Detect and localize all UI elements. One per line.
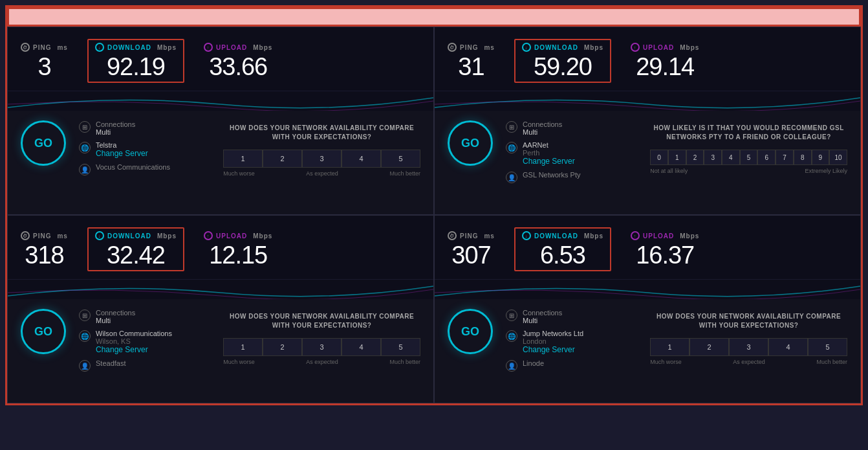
nps-option[interactable]: 7 — [776, 150, 794, 165]
connections-row: ⊞ Connections Multi — [79, 309, 210, 324]
change-server-link[interactable]: Change Server — [523, 345, 583, 354]
rating-option[interactable]: 4 — [768, 338, 808, 356]
connections-value: Multi — [96, 128, 135, 136]
nps-option[interactable]: 4 — [722, 150, 740, 165]
panels-grid: ⏱ PING ms 3 ↓ DOWNLOAD Mbps 92.19 — [7, 27, 861, 403]
isp-value: Wilson Communications — [96, 330, 172, 337]
isp-row: 🌐 Jump Networks Ltd London Change Server — [506, 330, 637, 354]
download-icon: ↓ — [522, 231, 531, 240]
rating-option[interactable]: 1 — [223, 150, 263, 168]
ping-label-text: PING — [33, 44, 51, 51]
ping-value: 31 — [458, 54, 484, 79]
nps-option[interactable]: 1 — [668, 150, 686, 165]
host-row: 👤 GSL Networks Pty — [506, 171, 637, 183]
connections-value: Multi — [523, 317, 562, 324]
upload-block: ↑ UPLOAD Mbps 12.15 — [204, 231, 272, 267]
info-section: GO ⊞ Connections Multi 🌐 Telstra — [8, 111, 433, 214]
server-info: ⊞ Connections Multi 🌐 Telstra Change Ser… — [79, 120, 210, 175]
upload-unit: Mbps — [680, 44, 699, 51]
download-label-text: DOWNLOAD — [534, 232, 578, 240]
speed-section: ⏱ PING ms 3 ↓ DOWNLOAD Mbps 92.19 — [8, 27, 433, 91]
user-icon: 👤 — [79, 360, 91, 372]
ping-label-text: PING — [33, 232, 51, 240]
change-server-link[interactable]: Change Server — [96, 149, 148, 158]
rating-option[interactable]: 1 — [650, 338, 689, 356]
ping-unit: ms — [484, 232, 494, 240]
rating-option[interactable]: 3 — [302, 338, 342, 356]
nps-option[interactable]: 8 — [794, 150, 812, 165]
rating-option[interactable]: 4 — [342, 338, 381, 356]
change-server-link[interactable]: Change Server — [523, 157, 575, 166]
speed-section: ⏱ PING ms 31 ↓ DOWNLOAD Mbps 59.20 — [435, 27, 860, 91]
upload-icon: ↑ — [631, 43, 640, 52]
scale-labels: Much worse As expected Much better — [223, 170, 420, 177]
nps-option[interactable]: 2 — [686, 150, 704, 165]
scale-labels: Much worse As expected Much better — [650, 359, 847, 365]
rating-option[interactable]: 2 — [689, 338, 729, 356]
rating-option[interactable]: 5 — [808, 338, 847, 356]
ping-icon: ⏱ — [448, 43, 457, 52]
rating-option[interactable]: 1 — [223, 338, 263, 356]
download-icon: ↓ — [522, 43, 531, 52]
nps-scale-labels: Not at all likely Extremely Likely — [650, 168, 847, 174]
scale-middle-label: As expected — [733, 359, 765, 365]
nps-option[interactable]: 10 — [829, 150, 847, 165]
upload-label-text: UPLOAD — [216, 44, 247, 51]
nps-option[interactable]: 5 — [740, 150, 758, 165]
connections-icon: ⊞ — [79, 121, 91, 133]
go-button[interactable]: GO — [21, 120, 66, 166]
scale-right-label: Much better — [389, 170, 420, 177]
rating-option[interactable]: 5 — [381, 338, 420, 356]
upload-value: 33.66 — [209, 54, 267, 79]
survey-question: HOW LIKELY IS IT THAT YOU WOULD RECOMMEN… — [650, 124, 847, 142]
curve-decoration — [8, 91, 433, 111]
rating-scale: 12345 — [223, 338, 420, 356]
connections-label: Connections — [96, 309, 135, 317]
host-content: Linode — [523, 359, 544, 367]
go-button[interactable]: GO — [448, 309, 493, 354]
go-button[interactable]: GO — [21, 309, 66, 354]
upload-label-text: UPLOAD — [643, 232, 674, 240]
rating-option[interactable]: 3 — [302, 150, 342, 168]
connections-row: ⊞ Connections Multi — [506, 120, 637, 136]
rating-option[interactable]: 2 — [263, 338, 302, 356]
nps-option[interactable]: 0 — [650, 150, 668, 165]
ping-icon: ⏱ — [21, 231, 30, 240]
survey-section: HOW LIKELY IS IT THAT YOU WOULD RECOMMEN… — [650, 120, 847, 177]
ping-icon: ⏱ — [448, 231, 457, 240]
download-block: ↓ DOWNLOAD Mbps 59.20 — [514, 39, 611, 83]
banner — [7, 7, 861, 27]
info-section: GO ⊞ Connections Multi 🌐 AARNet — [435, 111, 860, 214]
connections-content: Connections Multi — [96, 309, 135, 324]
download-unit: Mbps — [584, 44, 603, 51]
host-value: Linode — [523, 359, 544, 367]
upload-label-text: UPLOAD — [643, 44, 674, 51]
change-server-link[interactable]: Change Server — [96, 345, 172, 354]
go-button[interactable]: GO — [448, 120, 493, 166]
host-value: GSL Networks Pty — [523, 171, 580, 179]
speed-section: ⏱ PING ms 307 ↓ DOWNLOAD Mbps 6.53 — [435, 216, 860, 280]
download-block: ↓ DOWNLOAD Mbps 32.42 — [87, 227, 184, 271]
ping-block: ⏱ PING ms 307 — [448, 231, 495, 267]
rating-option[interactable]: 3 — [729, 338, 768, 356]
download-block: ↓ DOWNLOAD Mbps 6.53 — [514, 227, 611, 271]
download-unit: Mbps — [584, 232, 603, 240]
connections-content: Connections Multi — [523, 309, 562, 324]
nps-option[interactable]: 3 — [704, 150, 722, 165]
info-section: GO ⊞ Connections Multi 🌐 Jump Networks L… — [435, 299, 860, 403]
isp-row: 🌐 AARNet Perth Change Server — [506, 141, 637, 166]
rating-option[interactable]: 2 — [263, 150, 302, 168]
connections-content: Connections Multi — [96, 120, 135, 136]
rating-option[interactable]: 4 — [342, 150, 381, 168]
connections-content: Connections Multi — [523, 120, 562, 136]
nps-option[interactable]: 6 — [757, 150, 776, 165]
download-label-text: DOWNLOAD — [107, 232, 151, 240]
download-label-text: DOWNLOAD — [107, 44, 151, 51]
nps-option[interactable]: 9 — [812, 150, 830, 165]
rating-option[interactable]: 5 — [381, 150, 420, 168]
download-value: 92.19 — [107, 54, 165, 79]
user-icon: 👤 — [79, 164, 91, 175]
download-value: 6.53 — [540, 243, 585, 267]
upload-label-text: UPLOAD — [216, 232, 247, 240]
upload-unit: Mbps — [680, 232, 699, 240]
